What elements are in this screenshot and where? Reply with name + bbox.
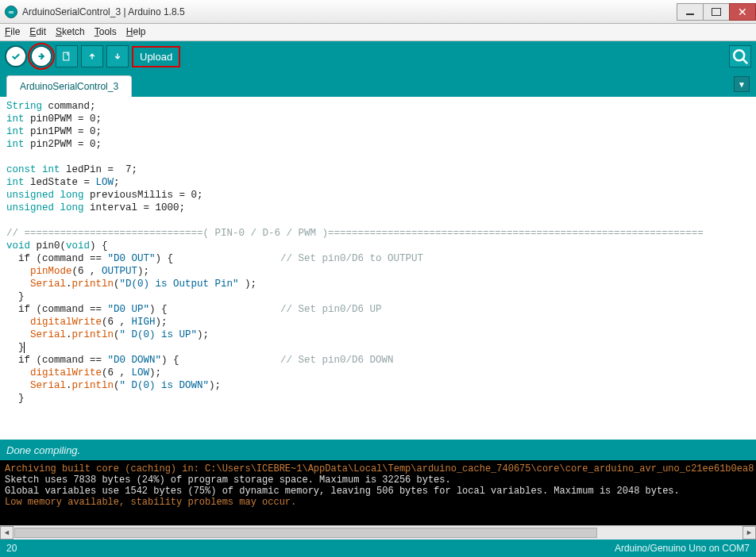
code-token: ) { bbox=[156, 253, 281, 264]
code-token: "D0 UP" bbox=[108, 304, 150, 315]
code-token: LOW bbox=[132, 367, 150, 378]
file-icon bbox=[61, 51, 72, 62]
code-token: ); bbox=[149, 367, 161, 378]
code-token: int bbox=[42, 164, 60, 175]
tab-menu-button[interactable]: ▼ bbox=[734, 76, 750, 92]
code-token bbox=[6, 329, 30, 340]
menu-tools[interactable]: Tools bbox=[94, 26, 117, 38]
line-number: 20 bbox=[6, 543, 17, 554]
code-token: ( bbox=[114, 380, 120, 391]
footer-bar: 20 Arduino/Genuino Uno on COM7 bbox=[0, 539, 756, 557]
code-token: digitalWrite bbox=[30, 317, 102, 328]
code-token: String bbox=[6, 101, 42, 112]
console-line: Archiving built core (caching) in: C:\Us… bbox=[5, 463, 754, 474]
code-token: OUTPUT bbox=[102, 266, 137, 277]
scroll-left-button[interactable]: ◄ bbox=[0, 526, 14, 540]
code-token: println bbox=[72, 380, 114, 391]
code-token: . bbox=[66, 380, 72, 391]
horizontal-scrollbar[interactable]: ◄ ► bbox=[0, 525, 756, 539]
save-sketch-button[interactable] bbox=[106, 45, 129, 67]
verify-button[interactable] bbox=[5, 45, 27, 67]
arrow-down-icon bbox=[112, 51, 123, 62]
code-token: ledPin = 7; bbox=[60, 164, 138, 175]
code-editor[interactable]: String command; int pin0PWM = 0; int pin… bbox=[0, 97, 756, 440]
code-token bbox=[6, 317, 30, 328]
code-token: ); bbox=[209, 380, 221, 391]
code-token: int bbox=[6, 113, 25, 125]
code-token: if (command == bbox=[6, 253, 108, 264]
code-token: ); bbox=[156, 317, 168, 328]
code-token: int bbox=[6, 126, 25, 137]
board-info: Arduino/Genuino Uno on COM7 bbox=[615, 543, 750, 554]
code-token: (6 , bbox=[102, 367, 132, 378]
code-token: } bbox=[6, 393, 25, 404]
text-cursor bbox=[24, 342, 25, 353]
code-token: println bbox=[72, 278, 114, 290]
code-token: unsigned bbox=[6, 202, 54, 213]
code-token: ( bbox=[114, 278, 120, 290]
scroll-right-button[interactable]: ► bbox=[742, 526, 756, 540]
minimize-button[interactable] bbox=[677, 3, 704, 21]
open-sketch-button[interactable] bbox=[81, 45, 103, 67]
status-text: Done compiling. bbox=[6, 444, 80, 456]
code-token: "D0 DOWN" bbox=[108, 355, 162, 366]
code-token: } bbox=[6, 291, 25, 302]
window-title: ArduinoSerialControl_3 | Arduino 1.8.5 bbox=[22, 6, 185, 17]
code-token: const bbox=[6, 164, 37, 175]
code-token: int bbox=[6, 177, 25, 188]
code-token: (6 , bbox=[72, 266, 102, 277]
code-token: long bbox=[60, 202, 84, 213]
scroll-thumb[interactable] bbox=[14, 528, 597, 538]
build-console: Archiving built core (caching) in: C:\Us… bbox=[0, 460, 756, 525]
code-token: pin0( bbox=[30, 240, 66, 252]
code-token: pin0PWM = 0; bbox=[25, 113, 102, 125]
console-line: Global variables use 1542 bytes (75%) of… bbox=[5, 486, 680, 497]
arrow-up-icon bbox=[87, 51, 98, 62]
tab-sketch[interactable]: ArduinoSerialControl_3 bbox=[6, 75, 132, 97]
code-token: println bbox=[72, 329, 114, 340]
code-token bbox=[6, 367, 30, 378]
maximize-button[interactable] bbox=[703, 3, 730, 21]
code-token: "D0 OUT" bbox=[108, 253, 156, 264]
upload-button[interactable] bbox=[30, 45, 52, 67]
console-line: Low memory available, stability problems… bbox=[5, 497, 296, 508]
code-token: long bbox=[60, 190, 84, 201]
code-token: (6 , bbox=[102, 317, 132, 328]
menu-edit[interactable]: Edit bbox=[29, 26, 46, 38]
serial-monitor-button[interactable] bbox=[729, 45, 751, 67]
app-logo-icon: ∞ bbox=[5, 6, 17, 18]
code-comment: // ==============================( PIN-0… bbox=[6, 228, 704, 239]
code-token: } bbox=[6, 342, 25, 353]
code-token: digitalWrite bbox=[30, 367, 102, 378]
arrow-right-icon bbox=[36, 51, 47, 62]
menu-sketch[interactable]: Sketch bbox=[56, 26, 85, 38]
menu-file[interactable]: File bbox=[5, 26, 20, 38]
status-bar: Done compiling. bbox=[0, 440, 756, 460]
code-token: Serial bbox=[30, 329, 66, 340]
close-button[interactable]: ✕ bbox=[729, 3, 756, 21]
code-token: ) { bbox=[149, 304, 280, 315]
code-token: LOW bbox=[96, 177, 114, 188]
check-icon bbox=[10, 51, 21, 62]
code-token: pinMode bbox=[30, 266, 72, 277]
scroll-track[interactable] bbox=[14, 526, 742, 540]
code-token: ledState = bbox=[25, 177, 96, 188]
code-token: if (command == bbox=[6, 355, 108, 366]
code-token bbox=[6, 266, 30, 277]
code-token: " D(0) is DOWN" bbox=[120, 380, 210, 391]
code-token: ) { bbox=[90, 240, 108, 252]
svg-point-1 bbox=[734, 50, 744, 60]
code-token: "D(0) is Output Pin" bbox=[120, 278, 239, 290]
code-token bbox=[6, 278, 30, 290]
code-token: . bbox=[66, 278, 72, 290]
code-token: interval = 1000; bbox=[84, 202, 186, 213]
code-token: ( bbox=[114, 329, 120, 340]
menu-help[interactable]: Help bbox=[126, 26, 146, 38]
new-sketch-button[interactable] bbox=[56, 45, 78, 67]
code-token: . bbox=[66, 329, 72, 340]
code-token: previousMillis = 0; bbox=[84, 190, 203, 201]
code-token: ; bbox=[114, 177, 120, 188]
code-token: Serial bbox=[30, 278, 66, 290]
code-token: unsigned bbox=[6, 190, 54, 201]
chevron-down-icon: ▼ bbox=[738, 80, 746, 89]
